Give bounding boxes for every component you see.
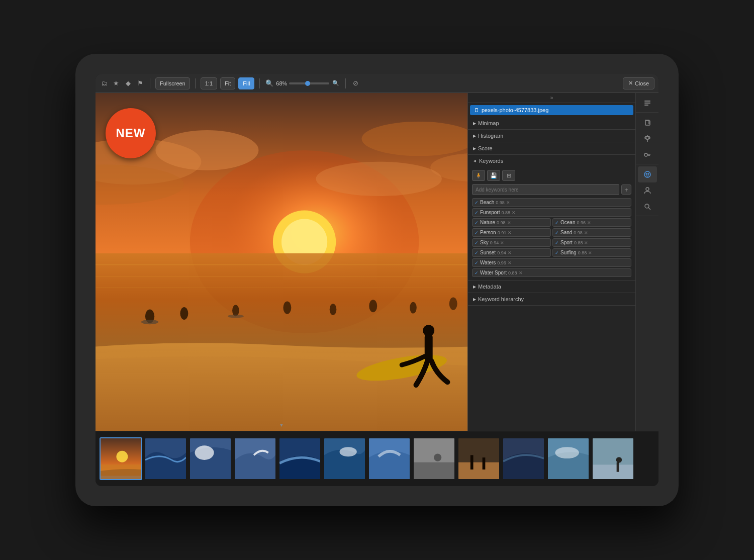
star-icon[interactable]: ★: [112, 79, 121, 88]
minimap-arrow: ▶: [473, 121, 476, 126]
filmstrip-thumb-1[interactable]: [100, 437, 142, 480]
kw-nature-x[interactable]: ✕: [507, 220, 511, 225]
score-header[interactable]: ▶ Score: [468, 142, 635, 154]
kw-person-btn[interactable]: 🧍: [472, 170, 485, 181]
filmstrip-thumb-11[interactable]: [547, 437, 590, 480]
sidebar-icon-location[interactable]: [638, 131, 657, 147]
image-area: NEW ▼: [96, 93, 467, 431]
add-keyword-plus[interactable]: +: [621, 184, 631, 195]
kw-sunset-x[interactable]: ✕: [508, 250, 512, 255]
filmstrip-thumb-8[interactable]: [413, 437, 455, 480]
filmstrip-thumb-12[interactable]: [592, 437, 634, 480]
sidebar-icon-meta[interactable]: [638, 95, 657, 111]
kw-add-btn[interactable]: ⊞: [502, 170, 515, 181]
svg-point-5: [155, 130, 258, 170]
kw-funsport-x[interactable]: ✕: [512, 210, 516, 215]
kw-beach-label: Beach: [480, 200, 494, 205]
flag-icon[interactable]: ⚑: [136, 79, 145, 88]
kw-sunset-score: 0.94: [497, 250, 506, 255]
keywords-header[interactable]: ▼ Keywords: [468, 155, 635, 167]
kw-sky-x[interactable]: ✕: [500, 240, 504, 245]
metadata-label: Metadata: [478, 284, 501, 290]
filmstrip-thumb-4[interactable]: [234, 437, 276, 480]
keyword-row-person-sand: ✓ Person 0.91 ✕ ✓ Sand 0.98: [472, 228, 631, 237]
sidebar-icon-key[interactable]: [638, 147, 657, 163]
histogram-header[interactable]: ▶ Histogram: [468, 130, 635, 142]
filmstrip-thumb-9[interactable]: [457, 437, 500, 480]
svg-point-40: [116, 451, 128, 462]
kw-funsport-check: ✓: [475, 210, 479, 215]
close-button[interactable]: ✕ Close: [623, 77, 654, 89]
sidebar-icon-person[interactable]: [638, 182, 657, 199]
screen: 🗂 ★ ◆ ⚑ Fullscreen 1:1 Fit Fill 🔍 68% 🔍: [96, 74, 658, 486]
ratio-button[interactable]: 1:1: [201, 77, 217, 89]
kw-surfing-x[interactable]: ✕: [588, 250, 592, 255]
panel-expand[interactable]: »: [468, 93, 635, 103]
kw-sand-x[interactable]: ✕: [584, 230, 588, 235]
score-arrow: ▶: [473, 146, 476, 151]
fullscreen-button[interactable]: Fullscreen: [155, 77, 190, 89]
zoom-in-icon[interactable]: 🔍: [331, 79, 340, 88]
kw-person-x[interactable]: ✕: [508, 230, 512, 235]
svg-point-20: [410, 302, 417, 314]
keyword-hierarchy-header[interactable]: ▶ Keyword hierarchy: [468, 293, 635, 305]
sidebar-icon-search[interactable]: [638, 199, 657, 215]
svg-point-21: [449, 298, 457, 310]
filmstrip-thumb-6[interactable]: [323, 437, 366, 480]
close-label: Close: [635, 80, 649, 86]
sidebar-icon-face[interactable]: [638, 166, 657, 182]
svg-point-53: [434, 453, 441, 461]
filmstrip-thumb-2[interactable]: [144, 437, 187, 480]
zoom-slider[interactable]: [289, 82, 329, 84]
svg-point-49: [339, 447, 356, 456]
zoom-out-icon[interactable]: 🔍: [265, 79, 274, 88]
svg-point-63: [616, 457, 622, 462]
file-tab[interactable]: 🗒 pexels-photo-4577833.jpeg: [470, 105, 633, 115]
kw-surfing-check: ✓: [555, 250, 559, 255]
tag-icon[interactable]: ◆: [124, 79, 133, 88]
kw-waters-x[interactable]: ✕: [508, 260, 512, 265]
kw-watersport-check: ✓: [475, 270, 479, 275]
svg-rect-29: [644, 103, 650, 104]
minimap-header[interactable]: ▶ Minimap: [468, 117, 635, 129]
right-section: » 🗒 pexels-photo-4577833.jpeg ▶ Minimap: [467, 93, 658, 431]
kw-sport-x[interactable]: ✕: [584, 240, 588, 245]
kw-save-btn[interactable]: 💾: [487, 170, 500, 181]
add-keyword-input[interactable]: [472, 184, 619, 195]
meta-panel: » 🗒 pexels-photo-4577833.jpeg ▶ Minimap: [468, 93, 635, 431]
icon-sidebar: [635, 93, 658, 431]
keywords-content: 🧍 💾 ⊞ +: [468, 167, 635, 280]
keyword-row-nature-ocean: ✓ Nature 0.98 ✕ ✓ Ocean 0.96: [472, 218, 631, 227]
kw-waters-score: 0.96: [497, 260, 506, 265]
library-icon[interactable]: 🗂: [100, 79, 109, 88]
sep-4: [345, 78, 346, 88]
keywords-section: ▼ Keywords 🧍 💾 ⊞: [468, 155, 635, 281]
kw-watersport-score: 0.88: [508, 270, 517, 275]
icon-group-bottom: [636, 166, 658, 216]
kw-watersport-x[interactable]: ✕: [519, 270, 523, 275]
icon-group-middle: [636, 115, 658, 164]
metadata-section: ▶ Metadata: [468, 281, 635, 293]
fill-button[interactable]: Fill: [238, 77, 254, 89]
kw-sky-check: ✓: [475, 240, 479, 245]
crop-icon[interactable]: ⊘: [351, 79, 360, 88]
histogram-section: ▶ Histogram: [468, 130, 635, 142]
keyword-hierarchy-section: ▶ Keyword hierarchy: [468, 293, 635, 306]
metadata-header[interactable]: ▶ Metadata: [468, 281, 635, 293]
kw-sunset: ✓ Sunset 0.94 ✕: [472, 248, 551, 257]
filmstrip-thumb-10[interactable]: [502, 437, 545, 480]
filmstrip-thumb-7[interactable]: [368, 437, 411, 480]
kw-surfing-score: 0.88: [578, 250, 587, 255]
score-section: ▶ Score: [468, 142, 635, 155]
filmstrip-thumb-3[interactable]: [189, 437, 232, 480]
filmstrip-thumb-5[interactable]: [278, 437, 321, 480]
kw-waters-check: ✓: [475, 260, 479, 265]
sidebar-icon-copy[interactable]: [638, 115, 657, 131]
kw-funsport-label: Funsport: [480, 210, 500, 215]
kw-ocean-x[interactable]: ✕: [587, 220, 591, 225]
svg-point-36: [648, 173, 649, 174]
kw-ocean-check: ✓: [555, 220, 559, 225]
fit-button[interactable]: Fit: [220, 77, 235, 89]
svg-rect-62: [593, 464, 633, 479]
kw-beach-x[interactable]: ✕: [506, 200, 510, 205]
